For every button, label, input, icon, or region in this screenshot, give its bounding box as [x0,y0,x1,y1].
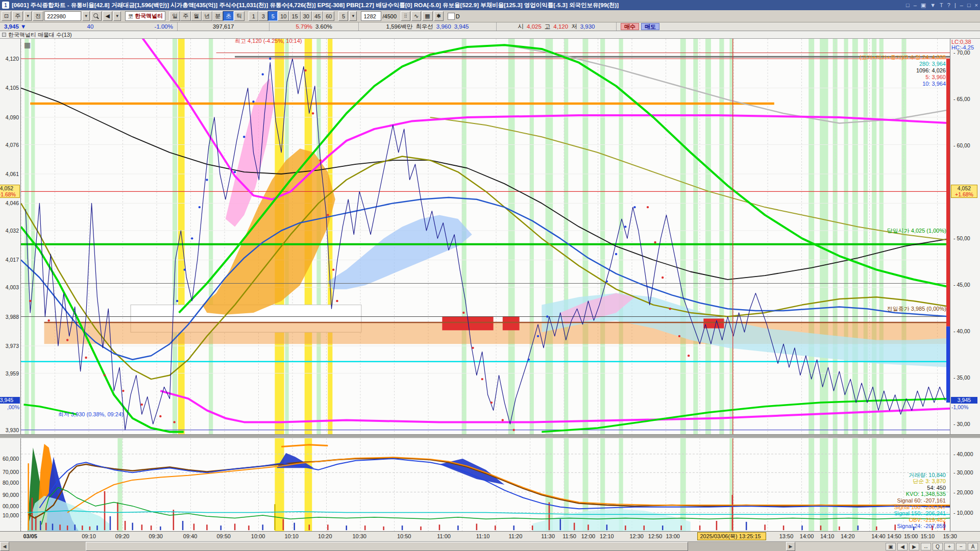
signal-dot [502,419,504,421]
text-icon[interactable]: T [940,2,943,8]
chart-annotation: 최고 4,120 (-4.25%, 10:14) [235,39,302,44]
volume-bar [746,522,747,530]
bar-count-input[interactable]: 1282 [361,11,381,21]
period-button-분[interactable]: 분 [212,11,223,21]
interval-button-45[interactable]: 45 [312,11,323,21]
sell-button[interactable]: 매도 [641,23,659,30]
asset-type-dropdown[interactable]: ▼ [24,11,32,21]
volume-tick-label: 70,000 [3,469,19,475]
candle-settings-button[interactable]: ⫶⫶ [401,11,410,21]
legend-line: Signal 60: -207,161 [894,497,946,504]
arrow-right-icon[interactable]: ▶ [909,543,919,550]
volume-bar [644,525,645,530]
zoom-in-icon[interactable]: + [944,543,954,550]
stock-code-dropdown[interactable]: ▼ [82,11,90,21]
interval-button-30[interactable]: 30 [301,11,312,21]
price-tick-label: 4,120 [6,56,19,62]
zoom-out-icon[interactable]: − [956,543,966,550]
buy-button[interactable]: 매수 [621,23,639,30]
scrollbar-thumb[interactable] [86,542,688,551]
stock-search-button[interactable] [91,11,102,21]
minimize-icon[interactable]: – [960,2,963,8]
signal-dot [141,404,143,406]
interval-combo[interactable]: 5 [338,11,348,21]
trendline-tool-button[interactable]: ∿ [411,11,421,21]
indicator-toggle-icon[interactable] [2,33,6,37]
legend-line: KVO: 1,348,535 [894,491,946,497]
time-label: 12:50 [648,533,663,539]
scroll-right-button[interactable]: ▶ [786,542,795,551]
volume-bar [560,519,561,530]
time-label: 11:00 [437,533,451,539]
period-button-일[interactable]: 일 [169,11,180,21]
interval-combo-dropdown[interactable]: ▼ [349,11,357,21]
period-button-틱[interactable]: 틱 [234,11,244,21]
time-label: 10:30 [352,533,366,539]
legend-line: 단순 3: 3,870 [894,478,946,485]
time-label: 09:30 [149,533,163,539]
volume-profile-grid-icon[interactable]: ▦ [24,42,32,48]
popout-icon[interactable]: □ [906,2,910,8]
cyan-right [532,509,691,531]
restore-icon[interactable]: □ [967,2,971,8]
chart-annotation: 최저 3,930 (0.38%, 09:24) [58,411,124,417]
minimize-line-icon[interactable]: – [914,2,917,8]
volume-bar [220,525,222,530]
current-range-bar-blue [946,327,950,403]
session-band [864,39,868,434]
sound-alert-dropdown[interactable]: ▼ [113,11,121,21]
prev-stock-button[interactable]: 전 [33,11,43,21]
chart-settings-gear-button[interactable]: ✱ [434,11,444,21]
arrow-left-icon[interactable]: ◀ [897,543,908,550]
signal-dot [537,335,539,337]
close-icon[interactable]: × [975,2,978,8]
time-label: 11:50 [562,533,576,539]
d-checkbox[interactable] [448,13,455,20]
time-label: 14:40 [871,533,886,539]
volume-bar [248,525,250,530]
period-button-년[interactable]: 년 [202,11,212,21]
interval-button-3[interactable]: 3 [258,11,268,21]
session-band [852,39,858,434]
signal-dot [85,357,87,359]
fit-width-icon[interactable]: ↔ [921,543,931,550]
interval-button-15[interactable]: 15 [289,11,300,21]
help-icon[interactable]: ? [947,2,950,8]
volume-tick-label: - 10,000 [953,510,973,516]
volume-indicator-plot[interactable]: 거래량: 10,840단순 3: 3,87054: 450KVO: 1,348,… [20,438,950,531]
price-summary-bar: 3,945 ▼ 40 -1.00% 397,617 5.79% 3.60% 1,… [0,22,980,31]
interval-button-60[interactable]: 60 [323,11,334,21]
volume-bar [764,524,766,530]
asset-type-combo[interactable]: 주 [12,11,23,21]
window-split-button[interactable]: ⊡ [2,11,11,21]
save-chart-button[interactable]: ▦ [422,11,432,21]
volume-bar [439,524,440,530]
interval-button-1[interactable]: 1 [249,11,258,21]
interval-button-10[interactable]: 10 [278,11,289,21]
period-button-월[interactable]: 월 [191,11,202,21]
price-tick-label: 4,061 [6,171,19,177]
scroll-left-button[interactable]: ◀ [0,542,9,551]
time-label: 11:10 [476,533,490,539]
sound-alert-button[interactable]: ◀ [103,11,112,21]
stock-code-input[interactable]: 222980 [44,11,81,21]
time-label: 14:50 [887,533,901,539]
volume-bar [606,524,608,530]
price-tick-label: 3,959 [6,370,19,377]
period-button-초[interactable]: 초 [223,11,234,21]
pin-icon[interactable]: ▼ [930,2,936,8]
app-icon: 1 [2,2,9,9]
main-chart-plot[interactable]: ▦ 최고 4,120 (-4.25%, 10:14)최저 3,930 (0.38… [20,39,950,434]
chart-toolbar: ⊡ 주 ▼ 전 222980 ▼ ◀ ▼ 코 한국맥널티 일주월년분초틱 135… [0,10,980,22]
pane-divider[interactable] [0,434,980,438]
panel-icon[interactable]: ▣ [886,543,896,550]
time-label: 15:00 [904,533,918,539]
period-button-주[interactable]: 주 [180,11,191,21]
zoom-q-icon[interactable]: Q [933,543,943,550]
windows-icon[interactable]: ▣ [921,2,926,9]
scrollbar-track[interactable] [9,542,786,551]
auto-icon[interactable]: A [968,543,978,550]
time-label: 15:10 [921,533,935,539]
volume-bar [699,525,701,530]
interval-button-5[interactable]: 5 [268,11,278,21]
